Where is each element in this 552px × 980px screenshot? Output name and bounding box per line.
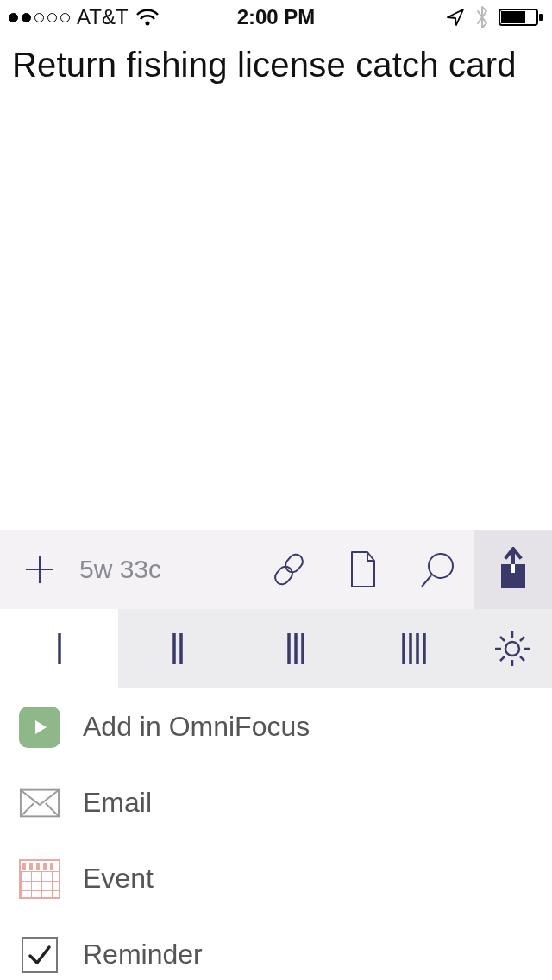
action-event-label: Event xyxy=(83,863,154,895)
note-text[interactable]: Return fishing license catch card xyxy=(12,45,540,85)
add-button[interactable] xyxy=(0,530,79,609)
tab-4[interactable] xyxy=(354,609,473,688)
share-tabs xyxy=(0,609,552,688)
svg-line-28 xyxy=(500,637,505,641)
status-bar: AT&T 2:00 PM xyxy=(0,0,552,35)
action-reminder[interactable]: Reminder xyxy=(0,916,552,980)
search-button[interactable] xyxy=(400,530,474,609)
svg-point-8 xyxy=(429,554,453,578)
svg-rect-7 xyxy=(273,563,295,587)
svg-line-35 xyxy=(46,803,59,816)
calendar-icon xyxy=(19,858,60,900)
status-bar-right xyxy=(445,5,543,29)
svg-line-30 xyxy=(520,637,524,641)
svg-line-34 xyxy=(21,803,34,816)
status-bar-left: AT&T xyxy=(9,5,160,29)
svg-point-23 xyxy=(505,642,519,656)
action-event[interactable]: Event xyxy=(0,840,552,916)
editor-toolbar: 5w 33c xyxy=(0,530,552,609)
svg-line-9 xyxy=(422,575,431,587)
svg-line-29 xyxy=(520,656,524,661)
action-omnifocus[interactable]: Add in OmniFocus xyxy=(0,688,552,764)
svg-marker-32 xyxy=(35,720,47,734)
action-email[interactable]: Email xyxy=(0,764,552,840)
link-button[interactable] xyxy=(252,530,326,609)
document-button[interactable] xyxy=(326,530,400,609)
settings-button[interactable] xyxy=(473,609,552,688)
tab-3[interactable] xyxy=(236,609,354,688)
checkbox-icon xyxy=(19,934,60,976)
wifi-icon xyxy=(135,8,160,27)
share-actions-list: Add in OmniFocus Email Event xyxy=(0,688,552,980)
svg-rect-3 xyxy=(501,11,525,23)
svg-point-0 xyxy=(145,22,149,26)
word-char-count: 5w 33c xyxy=(79,530,200,609)
location-icon xyxy=(445,7,466,28)
mail-icon xyxy=(19,782,60,824)
svg-line-31 xyxy=(500,656,505,661)
tab-2[interactable] xyxy=(118,609,236,688)
bluetooth-icon xyxy=(474,5,490,29)
svg-rect-2 xyxy=(539,14,543,21)
omnifocus-icon xyxy=(19,707,60,748)
note-editor[interactable]: Return fishing license catch card xyxy=(0,35,552,85)
svg-rect-6 xyxy=(283,551,305,575)
action-reminder-label: Reminder xyxy=(83,939,203,971)
battery-icon xyxy=(499,7,543,28)
screen: AT&T 2:00 PM xyxy=(0,0,552,980)
action-email-label: Email xyxy=(83,787,152,819)
share-button[interactable] xyxy=(474,530,552,609)
signal-dots xyxy=(9,13,70,22)
action-omnifocus-label: Add in OmniFocus xyxy=(83,711,310,743)
tab-1[interactable] xyxy=(0,609,118,688)
carrier-label: AT&T xyxy=(77,5,129,29)
